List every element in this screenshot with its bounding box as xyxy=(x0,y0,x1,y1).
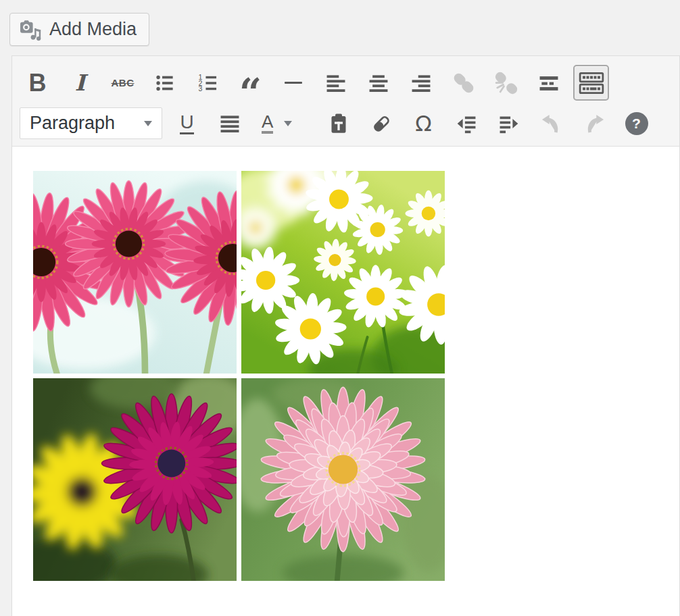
indent-button[interactable] xyxy=(491,105,527,141)
bold-icon: B xyxy=(29,69,47,97)
outdent-icon xyxy=(455,112,478,135)
unlink-button[interactable] xyxy=(488,65,524,101)
redo-button[interactable] xyxy=(576,105,612,141)
paste-as-text-button[interactable] xyxy=(320,105,356,141)
help-icon: ? xyxy=(625,112,648,135)
align-right-button[interactable] xyxy=(403,65,439,101)
add-media-icon xyxy=(18,18,43,42)
format-select[interactable]: Paragraph xyxy=(20,107,162,139)
help-button[interactable]: ? xyxy=(618,105,654,141)
toolbar-toggle-button[interactable] xyxy=(573,65,609,101)
add-media-label: Add Media xyxy=(49,19,137,40)
format-select-value: Paragraph xyxy=(30,113,115,134)
link-icon xyxy=(451,70,477,96)
align-left-button[interactable] xyxy=(318,65,354,101)
italic-button[interactable]: I xyxy=(62,65,98,101)
special-character-button[interactable]: Ω xyxy=(406,105,441,141)
redo-arrow-icon xyxy=(582,111,606,136)
align-right-icon xyxy=(410,72,433,95)
bulleted-list-icon xyxy=(154,72,177,95)
indent-icon xyxy=(497,112,520,135)
read-more-button[interactable] xyxy=(531,65,566,101)
content-image-white-daisies[interactable] xyxy=(241,171,445,374)
content-image-pink-gerbera-daisies[interactable] xyxy=(33,171,237,374)
chevron-down-icon xyxy=(284,121,292,126)
strikethrough-button[interactable]: ABC xyxy=(105,65,141,101)
bold-button[interactable]: B xyxy=(20,65,55,101)
underline-icon: U xyxy=(180,112,193,134)
toolbar-row-1: B I ABC 1 2 xyxy=(20,65,674,101)
outdent-button[interactable] xyxy=(448,105,484,141)
toolbar-row-2: Paragraph U A xyxy=(20,105,674,141)
eraser-icon xyxy=(369,111,393,136)
image-grid xyxy=(33,171,445,581)
paste-text-icon xyxy=(326,111,351,136)
horizontal-rule-icon xyxy=(285,82,302,84)
numbered-list-icon: 1 2 3 xyxy=(197,72,220,95)
content-image-pink-dahlia[interactable] xyxy=(241,378,445,581)
horizontal-rule-button[interactable] xyxy=(275,65,311,101)
align-center-icon xyxy=(367,72,390,95)
blockquote-button[interactable]: “ xyxy=(233,65,268,101)
chevron-down-icon xyxy=(144,121,152,126)
underline-button[interactable]: U xyxy=(169,105,205,141)
link-button[interactable] xyxy=(445,65,481,101)
align-left-icon xyxy=(324,72,347,95)
undo-button[interactable] xyxy=(533,105,569,141)
unlink-icon xyxy=(493,70,519,96)
italic-icon: I xyxy=(75,70,85,96)
bulleted-list-button[interactable] xyxy=(147,65,183,101)
read-more-icon xyxy=(537,72,560,95)
omega-icon: Ω xyxy=(415,111,431,136)
editor-content[interactable] xyxy=(12,147,679,616)
svg-text:3: 3 xyxy=(198,84,202,93)
editor-panel: B I ABC 1 2 xyxy=(11,55,680,616)
align-center-button[interactable] xyxy=(360,65,396,101)
editor-toolbar: B I ABC 1 2 xyxy=(12,56,679,147)
text-color-icon: A xyxy=(262,113,273,134)
text-color-button[interactable]: A xyxy=(254,105,314,141)
wordpress-post-editor: Add Media B I ABC xyxy=(0,0,680,616)
add-media-button[interactable]: Add Media xyxy=(9,13,149,46)
justify-icon xyxy=(218,112,241,135)
keyboard-icon xyxy=(577,68,606,98)
strikethrough-icon: ABC xyxy=(112,77,135,88)
undo-arrow-icon xyxy=(539,111,564,136)
content-image-yellow-and-magenta-daisies[interactable] xyxy=(33,378,237,581)
numbered-list-button[interactable]: 1 2 3 xyxy=(190,65,226,101)
clear-formatting-button[interactable] xyxy=(363,105,399,141)
